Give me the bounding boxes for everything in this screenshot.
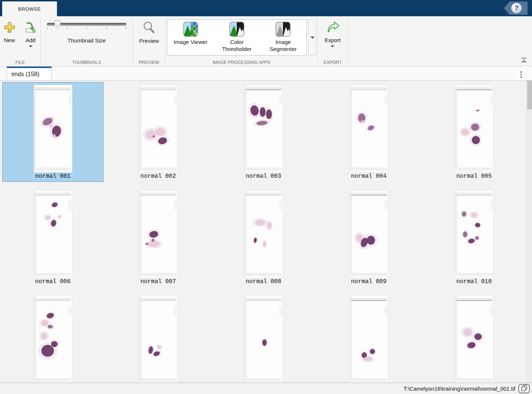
add-import-icon <box>24 21 38 35</box>
thumbnail-size-slider[interactable] <box>41 16 133 29</box>
collapse-triangle-icon <box>521 60 527 62</box>
thumbnail-cell[interactable]: normal 010 <box>423 187 525 287</box>
add-dropdown-caret-icon <box>29 45 33 47</box>
thumbnail-cell[interactable] <box>108 293 209 383</box>
slide-thumbnail-image <box>139 190 178 278</box>
copy-path-button[interactable] <box>518 384 530 393</box>
magnifier-icon <box>141 21 156 36</box>
slide-thumbnail-image <box>34 295 72 383</box>
ribbon-section-apps: Image Viewer <box>166 16 318 66</box>
statusbar: T:\Camelyon16\training\normal\normal_001… <box>0 383 532 394</box>
color-thresholder-icon <box>229 21 245 38</box>
thumbnail-cell[interactable]: normal 003 <box>213 82 314 182</box>
slide-thumbnail-image <box>455 190 494 278</box>
ribbon: New Add FILE <box>0 16 532 67</box>
slide-thumbnail-image <box>349 190 388 278</box>
slide-thumbnail-image <box>349 85 388 173</box>
titlebar: BROWSE ? <box>0 0 532 16</box>
scrollbar-thumb[interactable] <box>527 81 532 109</box>
new-button-label: New <box>4 37 15 43</box>
thumbnail-cell[interactable]: normal 007 <box>108 187 209 287</box>
question-mark-icon: ? <box>515 4 518 12</box>
thumbnail-label: normal 002 <box>140 173 176 180</box>
thumbnail-label: normal 010 <box>456 278 492 285</box>
slide-thumbnail-image <box>455 295 494 383</box>
slide-thumbnail-image <box>34 85 72 173</box>
slide-thumbnail-image <box>139 295 178 383</box>
image-browser-app: BROWSE ? New <box>0 0 532 394</box>
color-thresholder-label: Color Thresholder <box>216 38 257 52</box>
thumbnail-grid: normal 001normal 002normal 003normal 004… <box>2 82 525 383</box>
color-thresholder-app-button[interactable]: Color Thresholder <box>214 20 260 55</box>
add-button[interactable]: Add <box>22 20 39 48</box>
chevron-down-icon <box>310 37 315 39</box>
thumbnail-label: normal 005 <box>456 173 492 180</box>
preview-section-label: PREVIEW <box>133 60 165 65</box>
ribbon-spacer <box>348 16 532 66</box>
thumbnail-label: normal 006 <box>35 278 71 285</box>
thumbnail-label: normal 009 <box>351 278 386 285</box>
ribbon-section-file: New Add FILE <box>0 16 41 66</box>
thumbnail-cell[interactable]: normal 008 <box>213 187 314 287</box>
kebab-menu-icon[interactable] <box>520 71 523 78</box>
thumbnail-cell[interactable]: normal 004 <box>318 82 419 182</box>
thumbnail-label: normal 008 <box>246 278 281 285</box>
image-viewer-icon <box>183 21 198 38</box>
slide-thumbnail-image <box>244 85 283 173</box>
thumbnail-canvas: normal 001normal 002normal 003normal 004… <box>0 81 532 383</box>
image-segmenter-app-button[interactable]: Image Segmenter <box>260 20 306 55</box>
thumbnail-size-label: Thumbnail Size <box>41 37 133 44</box>
thumbnail-label: normal 004 <box>351 173 386 180</box>
new-plus-icon <box>3 21 16 35</box>
slide-thumbnail-image <box>34 190 72 278</box>
thumbnail-label: normal 001 <box>35 173 71 180</box>
apps-gallery: Image Viewer <box>167 19 307 55</box>
slide-thumbnail-image <box>244 295 283 383</box>
thumbnail-cell[interactable]: normal 001 <box>2 82 103 182</box>
thumbnails-section-label: THUMBNAILS <box>41 60 133 65</box>
thumbnail-cell[interactable] <box>318 293 419 383</box>
image-viewer-label: Image Viewer <box>170 38 211 45</box>
apps-gallery-dropdown-button[interactable] <box>308 19 316 55</box>
ribbon-section-thumbnails: Thumbnail Size THUMBNAILS <box>41 16 133 66</box>
slider-track[interactable] <box>47 23 126 26</box>
status-file-path: T:\Camelyon16\training\normal\normal_001… <box>403 385 515 392</box>
image-segmenter-label: Image Segmenter <box>263 38 303 52</box>
slide-thumbnail-image <box>349 295 388 383</box>
copy-icon <box>521 385 528 393</box>
export-dropdown-caret-icon <box>331 45 334 47</box>
add-button-label: Add <box>25 37 35 43</box>
tab-browse[interactable]: BROWSE <box>2 1 57 16</box>
slide-thumbnail-image <box>455 85 494 173</box>
thumbnail-cell[interactable]: normal 009 <box>318 187 419 287</box>
thumbnail-cell[interactable]: normal 005 <box>423 82 525 182</box>
thumbnail-cell[interactable] <box>423 293 525 383</box>
ribbon-section-preview: Preview PREVIEW <box>133 16 166 66</box>
collapse-ribbon-button[interactable] <box>520 57 528 63</box>
export-section-label: EXPORT <box>318 60 348 65</box>
preview-button-label: Preview <box>139 38 159 44</box>
thumbnail-cell[interactable]: normal 002 <box>108 82 209 182</box>
thumbnail-cell[interactable]: normal 006 <box>2 187 103 287</box>
export-arrow-icon <box>325 21 340 35</box>
slide-thumbnail-image <box>244 190 283 278</box>
apps-section-label: IMAGE PROCESSING APPS <box>166 60 317 65</box>
image-segmenter-icon <box>275 21 291 38</box>
thumbnail-cell[interactable] <box>213 293 314 383</box>
help-button[interactable]: ? <box>511 3 522 14</box>
export-button[interactable]: Export <box>323 20 342 48</box>
image-viewer-app-button[interactable]: Image Viewer <box>167 20 214 55</box>
tab-imds[interactable]: imds (158) <box>7 67 52 80</box>
slide-thumbnail-image <box>139 85 178 173</box>
thumbnail-label: normal 003 <box>246 173 281 180</box>
ribbon-section-export: Export EXPORT <box>318 16 348 66</box>
new-button[interactable]: New <box>1 20 18 48</box>
thumbnail-label: normal 007 <box>140 278 176 285</box>
slider-ticks <box>47 27 126 29</box>
thumbnail-cell[interactable] <box>2 293 103 383</box>
preview-button[interactable]: Preview <box>138 20 160 45</box>
file-section-label: FILE <box>0 60 40 65</box>
collapse-bar-icon <box>521 58 526 59</box>
document-tabstrip: imds (158) <box>0 67 532 81</box>
vertical-scrollbar[interactable] <box>526 81 532 383</box>
